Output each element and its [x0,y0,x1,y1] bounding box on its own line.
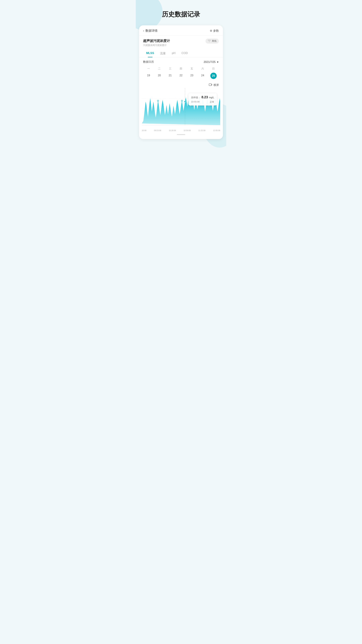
tab-flow[interactable]: 流量 [157,50,169,57]
svg-point-7 [181,100,183,102]
days-row: 19 20 21 22 23 24 25 [143,72,219,79]
cal-day-25[interactable]: 25 [210,72,217,79]
cal-day-20[interactable]: 20 [154,72,165,79]
params-button[interactable]: ⚙ 参数 [210,29,219,33]
device-info: 超声波污泥浓度计 污泥脱水间污泥浓度计 离线 [139,36,223,48]
weekdays-row: 一 二 三 四 五 六 日 [143,66,219,71]
card-header: ‹ 数据详情 ⚙ 参数 [139,25,223,36]
landscape-label: 横屏 [214,83,219,87]
weekday-wed: 三 [165,66,176,71]
calendar-header: 数据日历 2021/7/25 ▼ [143,60,219,64]
back-label: 数据详情 [145,29,158,33]
offline-label: 离线 [212,40,217,42]
device-name: 超声波污泥浓度计 [143,38,170,43]
back-chevron-icon: ‹ [143,29,144,32]
chart-tooltip: 采样值： 8.23 mg/L 10:55:08 正常 [188,93,217,106]
dropdown-arrow-icon: ▼ [217,61,219,64]
x-label-0: 20:08 [142,130,146,132]
calendar-section: 数据日历 2021/7/25 ▼ 一 二 三 四 五 六 日 19 [139,58,223,82]
calendar-grid: 一 二 三 四 五 六 日 19 20 21 22 23 24 25 [143,66,219,79]
tab-mlss[interactable]: MLSS [143,50,157,57]
offline-badge: 离线 [205,38,219,44]
tooltip-meta-row: 10:55:08 正常 [191,100,214,104]
tab-ph[interactable]: pH [169,50,178,57]
weekday-mon: 一 [143,66,154,71]
svg-point-6 [157,100,159,102]
tooltip-value: 8.23 [201,95,208,99]
main-card: ‹ 数据详情 ⚙ 参数 超声波污泥浓度计 污泥脱水间污泥浓度计 [139,25,223,139]
svg-rect-0 [209,84,211,86]
chart-container: 采样值： 8.23 mg/L 10:55:08 正常 [142,88,220,128]
handle-bar[interactable] [177,134,185,135]
page-title: 历史数据记录 [136,0,226,25]
params-icon: ⚙ [210,29,212,32]
weekday-sat: 六 [197,66,208,71]
tabs-container: MLSS 流量 pH COD [139,50,223,58]
date-selector[interactable]: 2021/7/25 ▼ [204,60,219,64]
wifi-icon [208,40,211,42]
tooltip-status: 正常 [210,100,214,104]
x-label-1: 09:53:08 [154,130,161,132]
bottom-handle [139,132,223,136]
landscape-icon [209,83,212,87]
cal-day-19[interactable]: 19 [143,72,154,79]
x-label-4: 11:32:08 [198,130,205,132]
tooltip-label: 采样值： [191,96,200,99]
calendar-label: 数据日历 [143,60,154,64]
back-button[interactable]: ‹ 数据详情 [143,29,158,33]
weekday-sun: 日 [208,66,219,71]
svg-rect-1 [211,84,212,85]
weekday-fri: 五 [186,66,197,71]
cal-day-24[interactable]: 24 [197,72,208,79]
phone-wrapper: 历史数据记录 ‹ 数据详情 ⚙ 参数 超声波污泥浓度计 污泥脱水间污泥浓度计 [136,0,226,161]
device-details: 超声波污泥浓度计 污泥脱水间污泥浓度计 [143,38,170,47]
cal-day-22[interactable]: 22 [176,72,187,79]
weekday-tue: 二 [154,66,165,71]
x-label-3: 10:59:08 [184,130,191,132]
x-label-2: 10:26:08 [169,130,176,132]
x-axis-labels: 20:08 09:53:08 10:26:08 10:59:08 11:32:0… [142,128,220,132]
x-label-5: 12:05:08 [213,130,220,132]
tooltip-unit: mg/L [209,96,214,99]
weekday-thu: 四 [176,66,187,71]
device-subtitle: 污泥脱水间污泥浓度计 [143,44,170,47]
tab-cod[interactable]: COD [178,50,191,57]
svg-point-8 [184,101,186,102]
selected-date: 2021/7/25 [204,60,216,64]
cal-day-21[interactable]: 21 [165,72,176,79]
landscape-button[interactable]: 横屏 [139,82,223,88]
chart-area: 采样值： 8.23 mg/L 10:55:08 正常 20:08 09:53:0… [139,88,223,132]
tooltip-value-row: 采样值： 8.23 mg/L [191,95,214,99]
params-label: 参数 [213,29,219,33]
cal-day-23[interactable]: 23 [186,72,197,79]
tooltip-time: 10:55:08 [191,100,200,104]
